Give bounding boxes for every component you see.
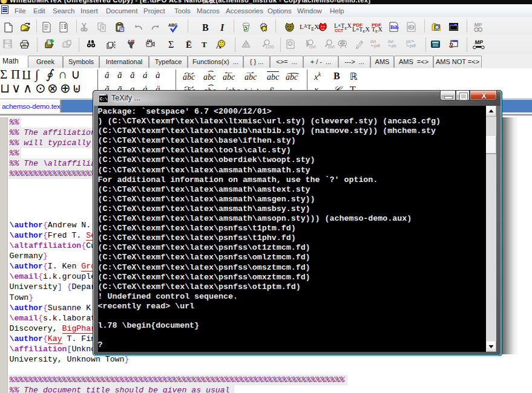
svg-text:CCT: CCT	[335, 28, 344, 33]
svg-text:ps: ps	[392, 44, 396, 48]
svg-text:B: B	[202, 22, 209, 33]
svg-text:MP: MP	[475, 39, 484, 45]
svg-text:DVI: DVI	[328, 45, 335, 49]
svg-text:LOG: LOG	[266, 45, 274, 49]
svg-text:LATEX: LATEX	[300, 23, 319, 32]
svg-text:MP: MP	[474, 22, 482, 28]
svg-text:DVI: DVI	[309, 45, 316, 49]
svg-text:a-z: a-z	[409, 25, 414, 29]
svg-text:Z: Z	[451, 44, 453, 47]
svg-text:LATEX: LATEX	[352, 26, 370, 34]
svg-text:T: T	[202, 40, 207, 49]
svg-text:dvi: dvi	[388, 39, 393, 44]
svg-text:dvi: dvi	[370, 39, 376, 44]
svg-text:pdf: pdf	[374, 44, 380, 48]
svg-text:Bib: Bib	[390, 24, 399, 30]
svg-text:pdf: pdf	[410, 44, 416, 48]
svg-text:I: I	[220, 22, 225, 33]
svg-text:Ë: Ë	[186, 40, 192, 50]
svg-text:Σ: Σ	[168, 39, 174, 50]
